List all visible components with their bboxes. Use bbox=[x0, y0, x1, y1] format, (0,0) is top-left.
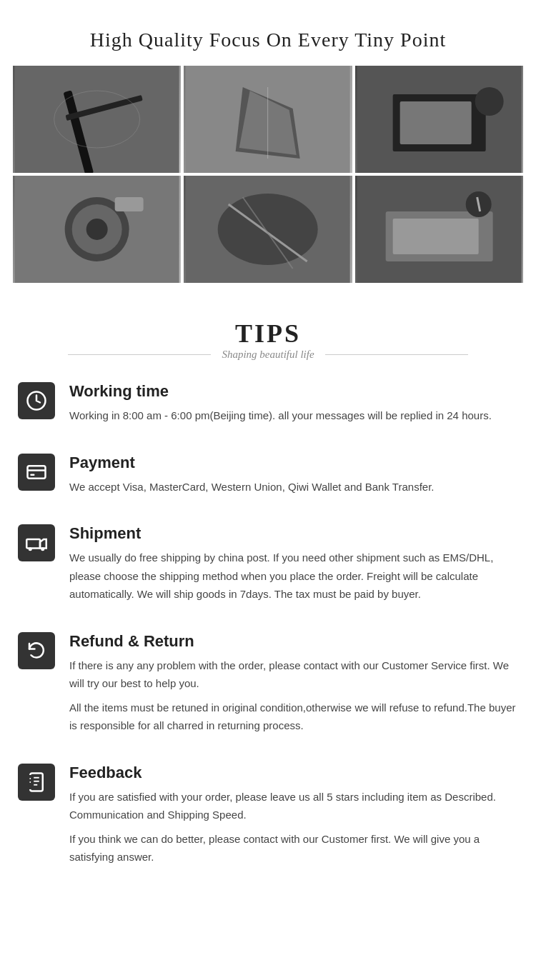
payment-text: We accept Visa, MasterCard, Western Unio… bbox=[69, 478, 518, 496]
photo-cell-2 bbox=[184, 66, 352, 173]
refund-content: Refund & Return If there is any any prob… bbox=[69, 632, 518, 735]
info-item-working-time: Working time Working in 8:00 am - 6:00 p… bbox=[18, 382, 518, 425]
working-time-title: Working time bbox=[69, 382, 518, 401]
shipment-title: Shipment bbox=[69, 524, 518, 543]
shipment-text: We usually do free shipping by china pos… bbox=[69, 549, 518, 604]
svg-rect-30 bbox=[26, 539, 40, 549]
shipment-icon bbox=[18, 524, 55, 561]
svg-point-32 bbox=[41, 547, 44, 551]
svg-point-18 bbox=[218, 194, 318, 265]
tips-subtitle: Shaping beautiful life bbox=[222, 349, 314, 361]
page-container: High Quality Focus On Every Tiny Point bbox=[0, 0, 536, 931]
feedback-text-1: If you are satisfied with your order, pl… bbox=[69, 788, 518, 824]
info-item-payment: Payment We accept Visa, MasterCard, West… bbox=[18, 454, 518, 496]
shipment-content: Shipment We usually do free shipping by … bbox=[69, 524, 518, 604]
svg-point-11 bbox=[475, 87, 503, 116]
info-items-container: Working time Working in 8:00 am - 6:00 p… bbox=[0, 368, 536, 916]
photo-cell-5 bbox=[184, 176, 352, 283]
refund-text-1: If there is any any problem with the ord… bbox=[69, 656, 518, 693]
photo-grid bbox=[0, 66, 536, 283]
feedback-text-2: If you think we can do better, please co… bbox=[69, 830, 518, 866]
svg-rect-10 bbox=[399, 101, 471, 144]
main-title: High Quality Focus On Every Tiny Point bbox=[21, 29, 515, 51]
info-item-refund: Refund & Return If there is any any prob… bbox=[18, 632, 518, 735]
tips-title: TIPS bbox=[0, 319, 536, 349]
photo-cell-1 bbox=[13, 66, 181, 173]
working-time-icon bbox=[18, 382, 55, 419]
payment-title: Payment bbox=[69, 454, 518, 472]
photo-cell-4 bbox=[13, 176, 181, 283]
payment-icon bbox=[18, 454, 55, 491]
tips-section: TIPS Shaping beautiful life Working time bbox=[0, 283, 536, 931]
refund-text-2: All the items must be retuned in origina… bbox=[69, 699, 518, 735]
feedback-icon bbox=[18, 764, 55, 801]
info-item-shipment: Shipment We usually do free shipping by … bbox=[18, 524, 518, 604]
svg-rect-23 bbox=[392, 219, 478, 254]
svg-rect-16 bbox=[115, 197, 144, 211]
svg-point-31 bbox=[29, 547, 32, 551]
working-time-text: Working in 8:00 am - 6:00 pm(Beijing tim… bbox=[69, 406, 518, 425]
info-item-feedback: Feedback If you are satisfied with your … bbox=[18, 764, 518, 866]
tips-line-left bbox=[68, 354, 211, 355]
payment-content: Payment We accept Visa, MasterCard, West… bbox=[69, 454, 518, 496]
refund-icon bbox=[18, 632, 55, 669]
working-time-content: Working time Working in 8:00 am - 6:00 p… bbox=[69, 382, 518, 425]
photo-cell-3 bbox=[355, 66, 523, 173]
svg-rect-27 bbox=[28, 466, 46, 479]
tips-subtitle-row: Shaping beautiful life bbox=[0, 349, 536, 361]
svg-rect-33 bbox=[30, 773, 43, 791]
tips-line-right bbox=[325, 354, 468, 355]
svg-rect-0 bbox=[15, 66, 179, 173]
tips-header: TIPS Shaping beautiful life bbox=[0, 319, 536, 361]
header-section: High Quality Focus On Every Tiny Point bbox=[0, 0, 536, 66]
svg-point-15 bbox=[86, 219, 108, 240]
feedback-title: Feedback bbox=[69, 764, 518, 782]
svg-rect-29 bbox=[30, 474, 34, 476]
feedback-content: Feedback If you are satisfied with your … bbox=[69, 764, 518, 866]
refund-title: Refund & Return bbox=[69, 632, 518, 651]
photo-cell-6 bbox=[355, 176, 523, 283]
